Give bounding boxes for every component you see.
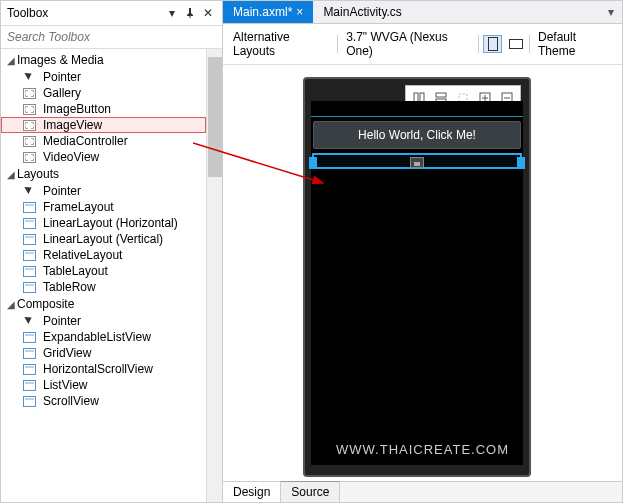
item-label: VideoView [43,150,99,164]
item-pointer[interactable]: Pointer [1,69,206,85]
toolbox-panel: Toolbox ▾ ✕ ◢Images & Media Pointer Gall… [1,1,223,502]
item-linearlayout-h[interactable]: LinearLayout (Horizontal) [1,215,206,231]
item-label: Gallery [43,86,81,100]
tab-overflow-icon[interactable]: ▾ [600,1,622,23]
scrollbar-thumb[interactable] [208,57,222,177]
tab-source[interactable]: Source [281,481,340,502]
option-label: Alternative Layouts [233,30,329,58]
resize-handle-left[interactable] [309,157,317,169]
item-linearlayout-v[interactable]: LinearLayout (Vertical) [1,231,206,247]
device-frame: Hello World, Click Me! [303,77,531,477]
category-composite[interactable]: ◢Composite [1,295,206,313]
toolbox-title: Toolbox [7,6,162,20]
control-icon [21,86,37,100]
tab-label: Main.axml* [233,5,292,19]
item-tablerow[interactable]: TableRow [1,279,206,295]
layout-icon [21,280,37,294]
theme-selector[interactable]: Default Theme [534,28,616,60]
item-imageview[interactable]: ImageView [1,117,206,133]
tab-design[interactable]: Design [223,482,281,502]
item-label: ImageButton [43,102,111,116]
tab-label: MainActivity.cs [323,5,401,19]
item-relativelayout[interactable]: RelativeLayout [1,247,206,263]
hello-button[interactable]: Hello World, Click Me! [313,121,521,149]
design-canvas[interactable]: Hello World, Click Me! WWW.THAICREATE.CO… [223,65,622,481]
separator [478,35,479,53]
landscape-icon[interactable] [506,35,525,53]
category-label: Layouts [17,167,59,181]
item-pointer[interactable]: Pointer [1,183,206,199]
item-pointer[interactable]: Pointer [1,313,206,329]
control-icon [21,134,37,148]
imageview-selection[interactable] [312,153,522,169]
editor-tabs: Main.axml*× MainActivity.cs ▾ [223,1,622,24]
control-icon [21,150,37,164]
view-mode-tabs: Design Source [223,481,622,502]
imageview-placeholder-icon [410,157,424,168]
pointer-icon [21,184,37,198]
item-label: Pointer [43,70,81,84]
layout-icon [21,394,37,408]
android-status-bar [311,101,523,117]
layout-icon [21,378,37,392]
layout-icon [21,346,37,360]
scrollbar[interactable] [206,49,222,502]
item-scrollview[interactable]: ScrollView [1,393,206,409]
item-gallery[interactable]: Gallery [1,85,206,101]
tab-main-axml[interactable]: Main.axml*× [223,1,313,23]
item-horizontalscrollview[interactable]: HorizontalScrollView [1,361,206,377]
item-label: ExpandableListView [43,330,151,344]
item-label: ScrollView [43,394,99,408]
option-label: 3.7" WVGA (Nexus One) [346,30,470,58]
layout-icon [21,216,37,230]
layout-icon [21,248,37,262]
layout-icon [21,264,37,278]
control-icon [21,118,37,132]
designer-panel: Main.axml*× MainActivity.cs ▾ Alternativ… [223,1,622,502]
item-label: LinearLayout (Vertical) [43,232,163,246]
close-icon[interactable]: ✕ [200,5,216,21]
category-label: Composite [17,297,74,311]
layout-icon [21,232,37,246]
search-input[interactable] [1,26,222,49]
svg-rect-3 [436,93,446,97]
item-label: HorizontalScrollView [43,362,153,376]
resize-handle-right[interactable] [517,157,525,169]
pin-icon[interactable] [182,5,198,21]
separator [337,35,338,53]
caret-down-icon: ◢ [5,299,17,310]
category-images-media[interactable]: ◢Images & Media [1,51,206,69]
item-label: RelativeLayout [43,248,122,262]
close-icon[interactable]: × [296,5,303,19]
device-screen[interactable]: Hello World, Click Me! [311,101,523,465]
item-expandablelistview[interactable]: ExpandableListView [1,329,206,345]
tab-mainactivity[interactable]: MainActivity.cs [313,1,411,23]
dropdown-icon[interactable]: ▾ [164,5,180,21]
item-label: Pointer [43,314,81,328]
item-label: ListView [43,378,87,392]
category-layouts[interactable]: ◢Layouts [1,165,206,183]
item-mediacontroller[interactable]: MediaController [1,133,206,149]
item-tablelayout[interactable]: TableLayout [1,263,206,279]
item-label: GridView [43,346,91,360]
alt-layouts-button[interactable]: Alternative Layouts [229,28,333,60]
item-framelayout[interactable]: FrameLayout [1,199,206,215]
watermark-text: WWW.THAICREATE.COM [336,442,509,457]
portrait-icon[interactable] [483,35,502,53]
category-label: Images & Media [17,53,104,67]
item-label: FrameLayout [43,200,114,214]
option-label: Default Theme [538,30,612,58]
item-listview[interactable]: ListView [1,377,206,393]
device-selector[interactable]: 3.7" WVGA (Nexus One) [342,28,474,60]
separator [529,35,530,53]
caret-down-icon: ◢ [5,55,17,66]
item-imagebutton[interactable]: ImageButton [1,101,206,117]
item-label: Pointer [43,184,81,198]
item-label: MediaController [43,134,128,148]
layout-icon [21,200,37,214]
item-label: ImageView [43,118,102,132]
item-videoview[interactable]: VideoView [1,149,206,165]
control-icon [21,102,37,116]
pointer-icon [21,314,37,328]
item-gridview[interactable]: GridView [1,345,206,361]
